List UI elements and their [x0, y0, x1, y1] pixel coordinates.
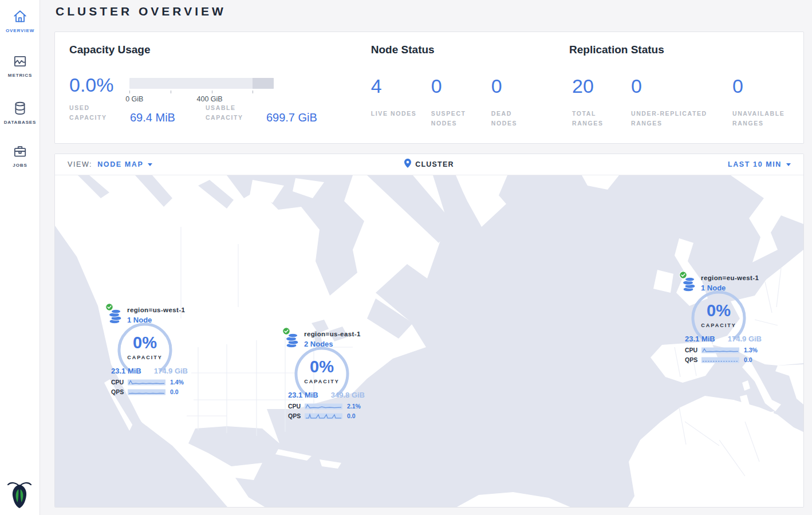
qps-sparkline [128, 389, 165, 395]
chevron-down-icon [148, 163, 152, 166]
sidebar-item-label: JOBS [13, 163, 27, 168]
replication-status-section: Replication Status 20 TOTAL RANGES 0 UND… [569, 44, 803, 143]
used-capacity-label: USED CAPACITY [69, 103, 122, 123]
time-range-dropdown[interactable]: LAST 10 MIN [728, 160, 791, 168]
section-title: Capacity Usage [69, 44, 371, 56]
cockroachdb-logo [7, 479, 32, 512]
home-icon [13, 9, 27, 24]
capacity-percent: 0% [293, 357, 350, 376]
section-title: Replication Status [569, 44, 803, 56]
axis-tick-label: 0 GiB [125, 95, 143, 103]
page-title: CLUSTER OVERVIEW [56, 5, 226, 18]
sidebar: OVERVIEW METRICS DATABASES [0, 0, 40, 515]
region-label: region=eu-west-1 [701, 274, 759, 281]
qps-stat-row: QPS 0.0 [288, 412, 377, 419]
qps-stat-row: QPS 0.0 [111, 388, 200, 395]
capacity-bar-reserved-segment [253, 78, 274, 89]
world-map: region=us-west-1 1 Node 0% CAPACITY 23.1… [55, 175, 803, 508]
sidebar-item-label: OVERVIEW [6, 28, 34, 33]
view-selector-dropdown[interactable]: NODE MAP [97, 160, 152, 168]
capacity-usage-section: Capacity Usage 0.0% 0 GiB 400 GiB USED C… [69, 44, 371, 143]
node-status-section: Node Status 4 LIVE NODES 0 SUSPECT NODES… [371, 44, 569, 143]
node-region-marker-us-east-1[interactable]: region=us-east-1 2 Nodes 0% CAPACITY 23.… [282, 327, 380, 436]
cpu-stat-row: CPU 2.1% [288, 403, 377, 410]
cpu-stat-row: CPU 1.4% [111, 379, 200, 386]
usable-capacity-label: USABLE CAPACITY [206, 103, 258, 123]
used-capacity: 23.1 MiB [111, 367, 141, 375]
cpu-sparkline [305, 403, 342, 410]
view-label: VIEW: [68, 160, 92, 168]
qps-sparkline [701, 357, 739, 363]
cpu-sparkline [701, 347, 739, 353]
used-capacity-value: 69.4 MiB [130, 111, 175, 124]
usable-capacity-value: 699.7 GiB [266, 111, 317, 124]
cluster-summary-panel: Capacity Usage 0.0% 0 GiB 400 GiB USED C… [54, 32, 804, 144]
qps-sparkline [305, 413, 342, 419]
map-pin-icon [404, 159, 411, 170]
suspect-nodes-stat: 0 SUSPECT NODES [431, 75, 491, 129]
used-capacity: 23.1 MiB [685, 335, 715, 343]
under-replicated-ranges-stat: 0 UNDER-REPLICATED RANGES [631, 75, 732, 129]
region-label: region=us-west-1 [127, 306, 185, 313]
capacity-percent: 0% [116, 333, 174, 352]
total-capacity: 174.9 GiB [728, 335, 762, 343]
node-map-panel: VIEW: NODE MAP CLUSTER LAST 10 MIN [54, 154, 804, 508]
total-capacity: 349.8 GiB [331, 391, 365, 399]
total-ranges-stat: 20 TOTAL RANGES [572, 75, 631, 129]
section-title: Node Status [371, 44, 569, 56]
sidebar-item-metrics[interactable]: METRICS [0, 54, 40, 78]
used-capacity: 23.1 MiB [288, 391, 318, 399]
region-label: region=us-east-1 [304, 331, 361, 337]
live-nodes-stat: 4 LIVE NODES [371, 75, 431, 129]
sidebar-item-databases[interactable]: DATABASES [0, 101, 40, 125]
capacity-percent: 0% [690, 301, 747, 320]
node-region-marker-eu-west-1[interactable]: region=eu-west-1 1 Node 0% CAPACITY 23.1… [679, 271, 776, 380]
capacity-label: CAPACITY [293, 379, 350, 384]
database-icon [13, 101, 27, 116]
map-toolbar: VIEW: NODE MAP CLUSTER LAST 10 MIN [55, 154, 803, 175]
breadcrumb[interactable]: CLUSTER [404, 159, 454, 170]
cpu-sparkline [128, 379, 165, 386]
sidebar-item-label: DATABASES [4, 120, 37, 125]
metrics-chart-icon [13, 54, 27, 69]
sidebar-item-jobs[interactable]: JOBS [0, 144, 40, 168]
capacity-bar: 0 GiB 400 GiB [129, 78, 274, 96]
axis-tick-label: 400 GiB [196, 95, 222, 103]
dead-nodes-stat: 0 DEAD NODES [491, 75, 551, 129]
qps-stat-row: QPS 0.0 [685, 356, 774, 363]
total-capacity: 174.9 GiB [154, 367, 188, 375]
main-content: CLUSTER OVERVIEW Capacity Usage 0.0% 0 G… [41, 0, 812, 515]
cpu-stat-row: CPU 1.3% [685, 347, 774, 353]
briefcase-icon [13, 144, 27, 159]
unavailable-ranges-stat: 0 UNAVAILABLE RANGES [732, 75, 803, 129]
chevron-down-icon [786, 163, 791, 166]
sidebar-item-label: METRICS [8, 73, 32, 78]
sidebar-item-overview[interactable]: OVERVIEW [0, 9, 40, 33]
capacity-label: CAPACITY [116, 355, 174, 360]
capacity-label: CAPACITY [690, 323, 747, 328]
capacity-used-percent: 0.0% [69, 74, 129, 96]
node-region-marker-us-west-1[interactable]: region=us-west-1 1 Node 0% CAPACITY 23.1… [105, 303, 203, 412]
